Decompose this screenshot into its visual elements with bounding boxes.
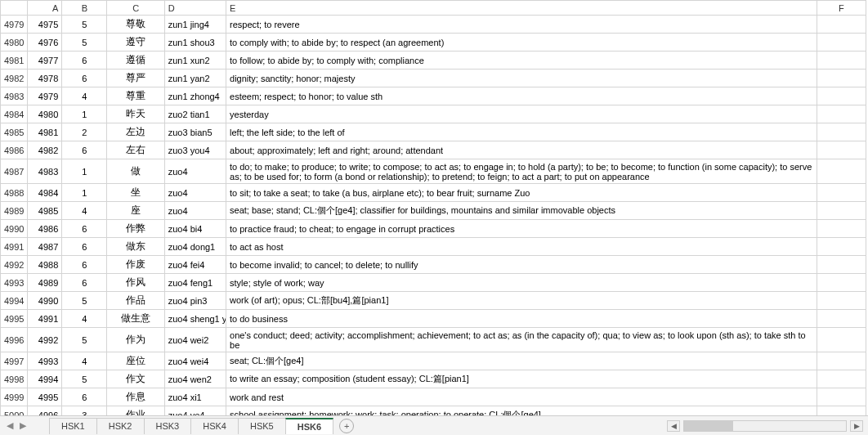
cell[interactable]: 4 bbox=[62, 202, 107, 220]
cell[interactable]: 5 bbox=[62, 328, 107, 352]
cell[interactable]: 作弊 bbox=[107, 220, 164, 238]
col-header-F[interactable]: F bbox=[817, 1, 866, 16]
cell[interactable] bbox=[817, 274, 866, 292]
col-header-C[interactable]: C bbox=[107, 1, 164, 16]
sheet-tab-hsk5[interactable]: HSK5 bbox=[238, 418, 286, 434]
cell[interactable]: 左边 bbox=[107, 123, 164, 141]
cell[interactable]: 6 bbox=[62, 141, 107, 159]
cell[interactable]: 作风 bbox=[107, 274, 164, 292]
cell[interactable]: zuo2 tian1 bbox=[164, 105, 226, 123]
cell[interactable]: zuo3 you4 bbox=[164, 141, 226, 159]
cell[interactable]: zuo4 bbox=[164, 184, 226, 202]
cell[interactable] bbox=[817, 352, 866, 370]
cell[interactable]: 4 bbox=[62, 310, 107, 328]
cell[interactable]: 昨天 bbox=[107, 105, 164, 123]
cell[interactable]: 左右 bbox=[107, 141, 164, 159]
cell[interactable]: 4980 bbox=[28, 105, 62, 123]
cell[interactable]: 6 bbox=[62, 70, 107, 87]
cell[interactable]: seat; CL:個个[ge4] bbox=[226, 352, 817, 370]
row-header[interactable]: 4991 bbox=[1, 238, 28, 256]
cell[interactable]: dignity; sanctity; honor; majesty bbox=[226, 70, 817, 87]
cell[interactable] bbox=[817, 256, 866, 274]
cell[interactable]: zuo4 fei4 bbox=[164, 256, 226, 274]
cell[interactable]: 4976 bbox=[28, 34, 62, 52]
cell[interactable]: to act as host bbox=[226, 238, 817, 256]
cell[interactable] bbox=[817, 388, 866, 406]
cell[interactable]: zuo4 ye4 bbox=[164, 406, 226, 416]
cell[interactable]: respect; to revere bbox=[226, 16, 817, 34]
cell[interactable]: 4993 bbox=[28, 352, 62, 370]
cell[interactable]: zuo4 bbox=[164, 202, 226, 220]
row-header[interactable]: 4984 bbox=[1, 105, 28, 123]
cell[interactable]: 5 bbox=[62, 16, 107, 34]
cell[interactable] bbox=[817, 52, 866, 70]
cell[interactable]: 4982 bbox=[28, 141, 62, 159]
cell[interactable]: zun1 shou3 bbox=[164, 34, 226, 52]
cell[interactable]: to sit; to take a seat; to take (a bus, … bbox=[226, 184, 817, 202]
cell[interactable] bbox=[817, 310, 866, 328]
cell[interactable]: 作业 bbox=[107, 406, 164, 416]
hscroll-track[interactable] bbox=[683, 420, 847, 432]
cell[interactable] bbox=[817, 141, 866, 159]
cell[interactable]: 4983 bbox=[28, 159, 62, 184]
cell[interactable]: 4987 bbox=[28, 238, 62, 256]
col-header-D[interactable]: D bbox=[164, 1, 226, 16]
select-all-corner[interactable] bbox=[1, 1, 28, 16]
cell[interactable]: zun1 yan2 bbox=[164, 70, 226, 87]
cell[interactable]: 座位 bbox=[107, 352, 164, 370]
cell[interactable]: to practice fraud; to cheat; to engage i… bbox=[226, 220, 817, 238]
cell[interactable]: 6 bbox=[62, 220, 107, 238]
cell[interactable] bbox=[817, 370, 866, 388]
cell[interactable]: 4984 bbox=[28, 184, 62, 202]
cell[interactable]: work and rest bbox=[226, 388, 817, 406]
cell[interactable]: 作为 bbox=[107, 328, 164, 352]
cell[interactable]: zuo4 wei4 bbox=[164, 352, 226, 370]
row-header[interactable]: 4992 bbox=[1, 256, 28, 274]
row-header[interactable]: 4980 bbox=[1, 34, 28, 52]
cell[interactable]: 1 bbox=[62, 184, 107, 202]
cell[interactable]: 4991 bbox=[28, 310, 62, 328]
sheet-tab-hsk2[interactable]: HSK2 bbox=[96, 418, 145, 434]
cell[interactable]: zuo4 bi4 bbox=[164, 220, 226, 238]
sheet-tab-hsk3[interactable]: HSK3 bbox=[144, 418, 192, 434]
cell[interactable]: 作文 bbox=[107, 370, 164, 388]
cell[interactable]: 6 bbox=[62, 238, 107, 256]
cell[interactable]: 尊敬 bbox=[107, 16, 164, 34]
cell[interactable]: 6 bbox=[62, 256, 107, 274]
hscroll-thumb[interactable] bbox=[684, 421, 733, 431]
cell[interactable]: 4995 bbox=[28, 388, 62, 406]
cell[interactable]: 4986 bbox=[28, 220, 62, 238]
row-header[interactable]: 4990 bbox=[1, 220, 28, 238]
cell[interactable] bbox=[817, 159, 866, 184]
cell[interactable]: 6 bbox=[62, 52, 107, 70]
row-header[interactable]: 4989 bbox=[1, 202, 28, 220]
sheet-tab-hsk1[interactable]: HSK1 bbox=[49, 418, 97, 434]
cell[interactable]: 遵循 bbox=[107, 52, 164, 70]
cell[interactable]: zuo4 sheng1 y bbox=[164, 310, 226, 328]
cell[interactable]: 尊重 bbox=[107, 87, 164, 105]
cell[interactable]: zuo4 feng1 bbox=[164, 274, 226, 292]
col-header-A[interactable]: A bbox=[28, 1, 62, 16]
cell[interactable]: 作息 bbox=[107, 388, 164, 406]
cell[interactable] bbox=[817, 34, 866, 52]
cell[interactable]: about; approximately; left and right; ar… bbox=[226, 141, 817, 159]
cell[interactable]: 做生意 bbox=[107, 310, 164, 328]
cell[interactable] bbox=[817, 123, 866, 141]
cell[interactable] bbox=[817, 202, 866, 220]
sheet-tab-hsk4[interactable]: HSK4 bbox=[190, 418, 239, 434]
cell[interactable]: 5 bbox=[62, 34, 107, 52]
cell[interactable]: style; style of work; way bbox=[226, 274, 817, 292]
cell[interactable]: seat; base; stand; CL:個个[ge4]; classifie… bbox=[226, 202, 817, 220]
cell[interactable]: 遵守 bbox=[107, 34, 164, 52]
cell[interactable]: 4979 bbox=[28, 87, 62, 105]
row-header[interactable]: 4994 bbox=[1, 292, 28, 310]
cell[interactable]: 5 bbox=[62, 370, 107, 388]
cell[interactable]: 4985 bbox=[28, 202, 62, 220]
cell[interactable]: 6 bbox=[62, 274, 107, 292]
row-header[interactable]: 4997 bbox=[1, 352, 28, 370]
row-header[interactable]: 4987 bbox=[1, 159, 28, 184]
cell[interactable]: 4988 bbox=[28, 256, 62, 274]
cell[interactable] bbox=[817, 87, 866, 105]
cell[interactable]: one's conduct; deed; activity; accomplis… bbox=[226, 328, 817, 352]
cell[interactable]: 4990 bbox=[28, 292, 62, 310]
